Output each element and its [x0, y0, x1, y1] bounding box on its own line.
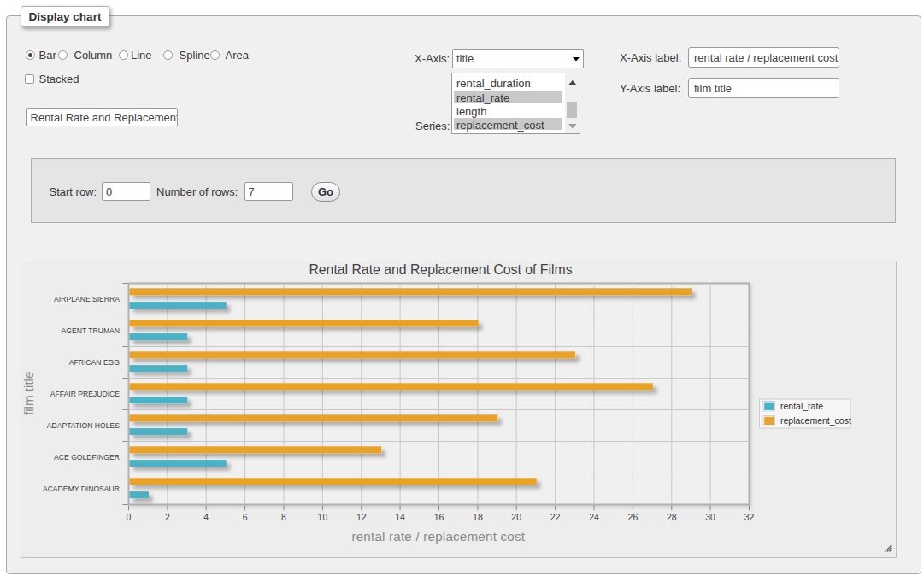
svg-text:AFRICAN EGG: AFRICAN EGG [69, 358, 121, 367]
svg-text:10: 10 [318, 512, 328, 522]
svg-text:ADAPTATION HOLES: ADAPTATION HOLES [47, 421, 120, 430]
svg-text:24: 24 [589, 512, 599, 522]
svg-text:rental rate / replacement cost: rental rate / replacement cost [351, 529, 525, 544]
svg-text:14: 14 [395, 512, 405, 522]
svg-text:AIRPLANE SIERRA: AIRPLANE SIERRA [54, 295, 120, 303]
svg-text:AFFAIR PREJUDICE: AFFAIR PREJUDICE [50, 390, 120, 398]
svg-text:18: 18 [473, 512, 483, 522]
svg-text:replacement_cost: replacement_cost [780, 415, 851, 426]
svg-text:ACADEMY DINOSAUR: ACADEMY DINOSAUR [43, 485, 120, 493]
svg-text:Rental Rate and Replacement Co: Rental Rate and Replacement Cost of Film… [309, 262, 572, 277]
svg-text:film title: film title [21, 372, 36, 415]
svg-text:12: 12 [356, 512, 367, 522]
svg-text:8: 8 [281, 512, 286, 522]
svg-text:rental_rate: rental_rate [780, 401, 823, 411]
svg-text:28: 28 [667, 512, 677, 522]
svg-text:2: 2 [165, 512, 170, 522]
svg-text:AGENT TRUMAN: AGENT TRUMAN [62, 326, 120, 335]
svg-text:26: 26 [628, 512, 639, 522]
svg-text:22: 22 [550, 512, 561, 522]
svg-text:6: 6 [243, 512, 248, 522]
svg-text:16: 16 [434, 512, 444, 522]
svg-text:ACE GOLDFINGER: ACE GOLDFINGER [54, 453, 120, 461]
svg-text:4: 4 [203, 512, 209, 522]
svg-text:30: 30 [705, 512, 715, 522]
svg-text:20: 20 [511, 512, 521, 522]
svg-text:32: 32 [744, 512, 755, 522]
svg-text:0: 0 [127, 512, 132, 522]
